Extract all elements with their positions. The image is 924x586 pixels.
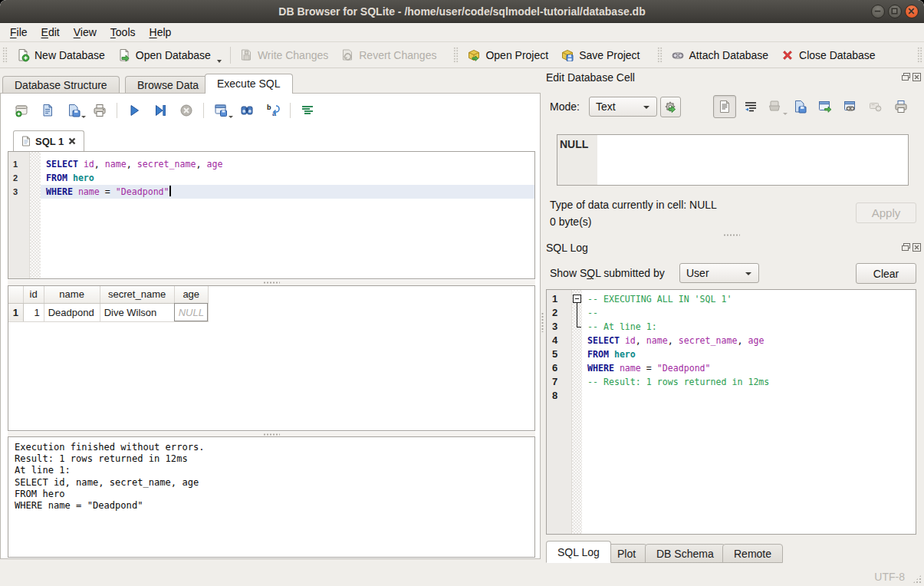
set-null-button[interactable] <box>866 97 886 117</box>
sql-log-editor[interactable]: 1 2 3 4 5 6 7 8 -- EXECUTING ALL IN 'SQL… <box>546 289 916 535</box>
bottom-tab-remote[interactable]: Remote <box>722 544 783 563</box>
open-database-label: Open Database <box>136 49 211 61</box>
word-wrap-button[interactable] <box>741 97 761 117</box>
save-sql-file-button[interactable] <box>66 103 81 118</box>
menu-tools[interactable]: Tools <box>104 23 143 42</box>
cell-name[interactable]: Deadpond <box>44 303 100 321</box>
dock-splitter-horizontal[interactable] <box>546 232 916 238</box>
bottom-tab-db-schema[interactable]: DB Schema <box>645 544 725 563</box>
open-database-button[interactable]: Open Database <box>111 44 228 66</box>
text-mode-button[interactable] <box>713 95 736 118</box>
row-header[interactable]: 1 <box>8 303 23 321</box>
dock-float-button[interactable] <box>902 73 910 81</box>
stop-button[interactable] <box>179 103 194 118</box>
cell-id[interactable]: 1 <box>23 303 44 321</box>
cell-value-editor[interactable]: NULL <box>557 134 909 186</box>
sql-log-filter-combobox[interactable]: User <box>679 263 759 283</box>
column-header-id[interactable]: id <box>23 286 44 303</box>
new-database-button[interactable]: New Database <box>10 44 111 66</box>
results-grid[interactable]: id name secret_name age 1 1 Deadpond Div… <box>8 285 535 431</box>
apply-settings-icon <box>663 100 679 115</box>
dock-close-button[interactable] <box>912 73 921 81</box>
new-tab-button[interactable] <box>14 103 29 118</box>
dock-float-button[interactable] <box>902 243 910 252</box>
menu-help[interactable]: Help <box>143 23 179 42</box>
text-document-icon <box>718 100 732 114</box>
maximize-icon <box>889 5 900 17</box>
export-data-button[interactable] <box>790 97 810 117</box>
open-project-button[interactable]: Open Project <box>461 44 554 66</box>
tab-execute-sql[interactable]: Execute SQL <box>205 74 293 94</box>
import-data-button[interactable] <box>765 97 785 117</box>
sql-tab[interactable]: SQL 1 <box>13 130 84 151</box>
close-database-button[interactable]: Close Database <box>774 44 882 66</box>
print-cell-button[interactable] <box>891 97 911 117</box>
execute-line-button[interactable] <box>153 103 168 118</box>
column-header-name[interactable]: name <box>44 286 100 303</box>
minimize-button[interactable] <box>871 5 885 18</box>
sql-editor[interactable]: 1 2 3 SELECT id, name, secret_name, age … <box>8 151 535 279</box>
results-corner-header[interactable] <box>8 286 23 303</box>
save-sql-dropdown-icon[interactable] <box>81 116 86 118</box>
apply-settings-button[interactable] <box>660 97 681 117</box>
write-changes-button[interactable]: Write Changes <box>233 44 334 66</box>
column-header-age[interactable]: age <box>174 286 208 303</box>
execution-message-area[interactable]: Execution finished without errors. Resul… <box>8 436 535 558</box>
open-sql-file-button[interactable] <box>40 103 55 118</box>
toolbar-grip[interactable] <box>453 47 459 64</box>
sql-tab-close-icon[interactable] <box>68 137 76 145</box>
save-project-button[interactable]: Save Project <box>554 44 646 66</box>
execute-all-button[interactable] <box>127 103 142 118</box>
open-database-dropdown-icon[interactable] <box>217 60 222 63</box>
cell-secret-name[interactable]: Dive Wilson <box>100 303 174 321</box>
dock-splitter-vertical[interactable] <box>540 312 545 332</box>
find-replace-button[interactable]: b a <box>265 103 281 118</box>
editor-text-area[interactable]: SELECT id, name, secret_name, age FROM h… <box>41 152 534 278</box>
open-external-button[interactable] <box>815 97 835 117</box>
cell-type-label: Type of data currently in cell: NULL <box>550 199 717 211</box>
log-line <box>582 389 916 403</box>
resize-grip-icon[interactable] <box>912 574 922 584</box>
execute-line-icon <box>153 103 168 118</box>
export-results-dropdown-icon[interactable] <box>229 116 233 118</box>
print-button[interactable] <box>92 103 107 118</box>
close-button[interactable] <box>905 5 919 18</box>
log-line: -- Result: 1 rows returned in 12ms <box>582 375 916 389</box>
cell-age-null[interactable]: NULL <box>174 303 208 321</box>
toolbar-grip[interactable] <box>917 47 922 64</box>
clear-button[interactable]: Clear <box>856 263 916 284</box>
log-line: WHERE name = "Deadpond" <box>582 361 916 375</box>
dock-close-button[interactable] <box>912 243 921 252</box>
svg-text:b: b <box>267 104 271 111</box>
log-text-area[interactable]: -- EXECUTING ALL IN 'SQL 1' -- -- At lin… <box>582 290 916 534</box>
titlebar[interactable]: DB Browser for SQLite - /home/user/code/… <box>0 0 924 23</box>
toolbar-grip[interactable] <box>2 47 8 64</box>
export-results-button[interactable] <box>213 103 229 118</box>
statusbar: UTF-8 <box>0 565 924 586</box>
new-database-icon <box>16 48 30 62</box>
fold-marker-icon[interactable] <box>573 295 581 303</box>
sql-toolbar: b a <box>8 100 321 120</box>
tab-browse-data[interactable]: Browse Data <box>125 76 211 94</box>
mode-combobox[interactable]: Text <box>589 97 657 117</box>
maximize-button[interactable] <box>888 5 902 18</box>
bottom-tab-plot[interactable]: Plot <box>606 544 647 563</box>
editor-fold-margin <box>30 152 41 278</box>
column-header-secret-name[interactable]: secret_name <box>100 286 174 303</box>
menu-view[interactable]: View <box>67 23 104 42</box>
revert-changes-button[interactable]: Revert Changes <box>334 44 442 66</box>
find-button[interactable] <box>239 103 255 118</box>
log-line-numbers: 1 2 3 4 5 6 7 8 <box>547 290 572 534</box>
menu-edit[interactable]: Edit <box>35 23 67 42</box>
import-dropdown-icon <box>783 113 788 115</box>
apply-button[interactable]: Apply <box>856 202 916 223</box>
tab-database-structure[interactable]: Database Structure <box>2 76 120 94</box>
bottom-tab-sql-log[interactable]: SQL Log <box>546 541 611 563</box>
copy-link-button[interactable] <box>840 97 860 117</box>
dock-float-icon <box>902 243 910 252</box>
attach-database-button[interactable]: Attach Database <box>665 44 775 66</box>
editor-results-splitter[interactable] <box>8 280 535 285</box>
toolbar-grip[interactable] <box>657 47 663 64</box>
format-sql-button[interactable] <box>300 103 315 118</box>
menu-file[interactable]: File <box>3 23 35 42</box>
